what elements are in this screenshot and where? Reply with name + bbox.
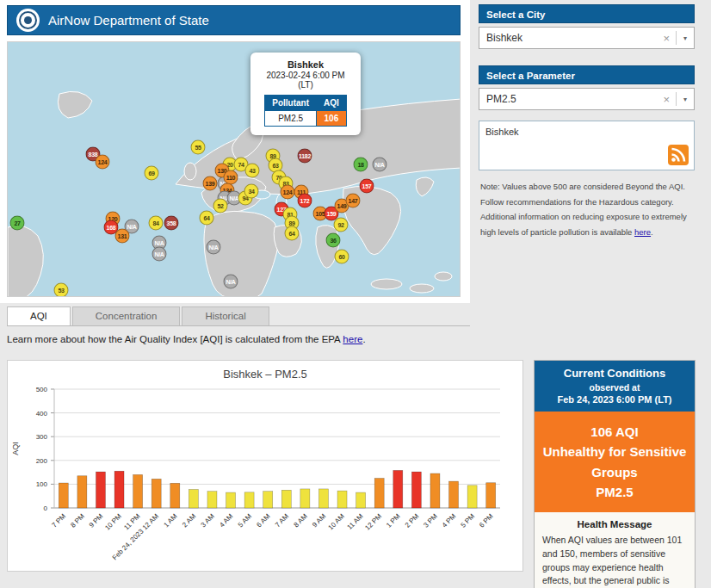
- chart-title: Bishkek – PM2.5: [8, 368, 522, 381]
- chart-bar[interactable]: [430, 473, 440, 508]
- chart-bar[interactable]: [486, 483, 496, 508]
- learn-more-text: Learn more about how the Air Quality Ind…: [7, 334, 366, 344]
- svg-text:5 AM: 5 AM: [237, 512, 253, 529]
- chart-bar[interactable]: [300, 489, 310, 508]
- aqi-summary: 106 AQI Unhealthy for Sensitive Groups P…: [535, 412, 695, 512]
- map-marker[interactable]: 27: [10, 216, 25, 231]
- chart-bar[interactable]: [207, 492, 217, 508]
- map-marker[interactable]: 64: [285, 226, 300, 241]
- epa-link[interactable]: here: [343, 334, 362, 344]
- chart-bar[interactable]: [356, 492, 366, 508]
- map-marker[interactable]: 147: [346, 194, 361, 208]
- map-marker[interactable]: 124: [96, 155, 110, 170]
- note-here-link[interactable]: here: [634, 227, 651, 237]
- map-marker[interactable]: 124: [281, 185, 295, 200]
- chart-bar[interactable]: [318, 489, 328, 508]
- popup-city: Bishkek: [257, 59, 355, 70]
- current-conditions-title: Current Conditions: [538, 367, 691, 380]
- health-message-text: When AQI values are between 101 and 150,…: [535, 534, 695, 588]
- chart-bar[interactable]: [77, 476, 87, 508]
- svg-text:1 PM: 1 PM: [385, 512, 402, 529]
- svg-text:9 PM: 9 PM: [88, 512, 105, 529]
- popup-datetime: 2023-02-24 6:00 PM: [257, 71, 355, 80]
- aqi-category: Unhealthy for Sensitive Groups: [540, 442, 689, 482]
- aqi-value: 106 AQI: [540, 422, 689, 442]
- map-marker[interactable]: 69: [145, 166, 159, 181]
- map-marker[interactable]: 43: [245, 164, 260, 178]
- map-marker[interactable]: 92: [334, 218, 349, 232]
- chart-bar[interactable]: [226, 492, 236, 508]
- current-conditions-panel: Current Conditions observed at Feb 24, 2…: [534, 360, 696, 588]
- map-marker[interactable]: 55: [191, 140, 206, 155]
- svg-text:100: 100: [36, 480, 48, 488]
- chart-bar[interactable]: [170, 483, 180, 508]
- chart-bar[interactable]: [114, 471, 124, 508]
- map-marker[interactable]: 358: [164, 216, 179, 231]
- app-title: AirNow Department of State: [48, 13, 209, 28]
- feed-city-title: Bishkek: [479, 121, 694, 137]
- rss-icon[interactable]: [668, 145, 689, 165]
- chart-bar[interactable]: [189, 489, 198, 508]
- map-marker[interactable]: 53: [54, 283, 69, 298]
- health-message-title: Health Message: [535, 512, 695, 534]
- state-department-seal-icon: [16, 9, 40, 32]
- tab-historical[interactable]: Historical: [182, 306, 269, 325]
- chart-bar[interactable]: [281, 490, 291, 508]
- svg-text:7 PM: 7 PM: [51, 512, 68, 529]
- observed-at-label: observed at: [538, 382, 691, 393]
- svg-text:1 AM: 1 AM: [162, 512, 178, 529]
- chart-bar[interactable]: [374, 479, 384, 509]
- tab-aqi[interactable]: AQI: [7, 306, 71, 325]
- chart-bar[interactable]: [59, 483, 68, 508]
- bar-chart[interactable]: 0100200300400500AQI7 PM8 PM9 PM10 PM11 P…: [8, 381, 517, 563]
- map-marker[interactable]: 34: [244, 184, 259, 199]
- current-conditions-header: Current Conditions observed at Feb 24, 2…: [535, 361, 695, 412]
- svg-text:400: 400: [36, 410, 48, 418]
- city-dropdown[interactable]: Bishkek × ▾: [479, 27, 695, 49]
- chart-bar[interactable]: [263, 492, 273, 508]
- chart-bar[interactable]: [151, 479, 161, 508]
- map-marker[interactable]: 18: [354, 158, 368, 172]
- parameter-clear-icon[interactable]: ×: [657, 93, 676, 106]
- map-marker[interactable]: 60: [335, 250, 349, 264]
- map-marker[interactable]: N/A: [373, 158, 387, 172]
- chart-bar[interactable]: [133, 474, 143, 508]
- svg-text:10 PM: 10 PM: [103, 512, 123, 532]
- popup-timezone: (LT): [257, 80, 355, 90]
- map-marker[interactable]: N/A: [207, 240, 221, 255]
- svg-text:11 AM: 11 AM: [346, 512, 365, 531]
- map-marker[interactable]: 84: [149, 216, 164, 231]
- app-header: AirNow Department of State: [7, 5, 461, 35]
- chart-bar[interactable]: [411, 472, 421, 508]
- chart-bar[interactable]: [467, 486, 477, 508]
- city-clear-icon[interactable]: ×: [657, 32, 676, 45]
- map-marker[interactable]: 52: [213, 199, 228, 214]
- svg-text:8 PM: 8 PM: [69, 512, 86, 529]
- parameter-dropdown[interactable]: PM2.5 × ▾: [479, 88, 695, 110]
- chart-bar[interactable]: [337, 491, 347, 508]
- svg-text:4 AM: 4 AM: [218, 512, 234, 529]
- chart-bar[interactable]: [244, 492, 254, 508]
- map-marker[interactable]: 1182: [298, 149, 312, 164]
- aqi-map[interactable]: 27538381245569120168N/A13184358N/AN/A139…: [7, 41, 461, 297]
- observed-date: Feb 24, 2023 6:00 PM (LT): [538, 394, 691, 405]
- map-marker[interactable]: 36: [326, 233, 341, 248]
- chart-bar[interactable]: [393, 470, 403, 508]
- tab-concentration[interactable]: Concentration: [72, 306, 181, 325]
- map-marker[interactable]: 64: [200, 211, 214, 226]
- map-marker[interactable]: 139: [203, 176, 218, 191]
- map-marker[interactable]: 131: [115, 229, 130, 244]
- chart-bar[interactable]: [449, 481, 459, 508]
- map-marker[interactable]: N/A: [152, 247, 167, 262]
- svg-text:200: 200: [36, 457, 48, 465]
- page: AirNow Department of State: [0, 0, 711, 588]
- svg-text:9 AM: 9 AM: [311, 512, 327, 529]
- city-chevron-down-icon[interactable]: ▾: [677, 34, 694, 42]
- popup-table: Pollutant AQI PM2.5 106: [264, 95, 347, 127]
- learn-more-before: Learn more about how the Air Quality Ind…: [7, 334, 343, 344]
- map-marker[interactable]: N/A: [224, 275, 238, 289]
- map-marker[interactable]: 172: [298, 194, 312, 208]
- map-marker[interactable]: 157: [360, 179, 374, 194]
- chart-bar[interactable]: [96, 472, 105, 508]
- parameter-chevron-down-icon[interactable]: ▾: [677, 96, 694, 103]
